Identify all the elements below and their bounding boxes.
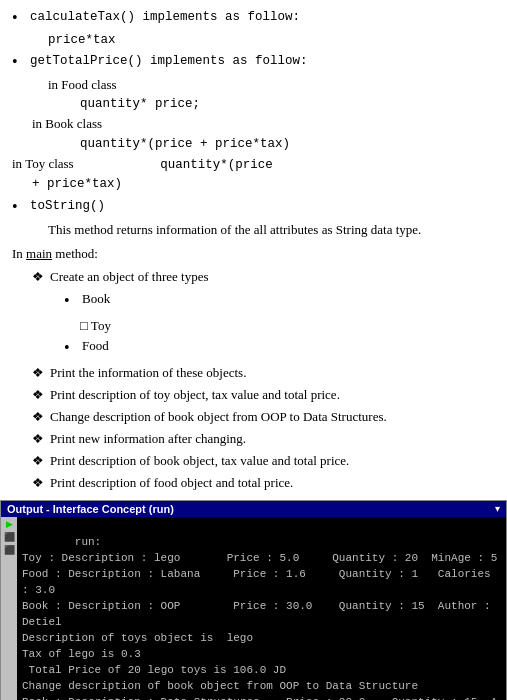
main-content: • calculateTax() implements as follow: p… <box>0 0 507 494</box>
bullet2-toy-line: in Toy class quantity*(price <box>12 154 495 175</box>
print2-label: Print description of toy object, tax val… <box>50 385 340 405</box>
create-object-bullet: ❖ Create an object of three types <box>32 267 495 287</box>
diamond-icon-5: ❖ <box>32 429 50 449</box>
bullet-dot-1: • <box>12 8 28 29</box>
print1-bullet: ❖ Print the information of these objects… <box>32 363 495 383</box>
output-body: run: Toy : Description : lego Price : 5.… <box>17 517 506 700</box>
type-book-label: Book <box>82 289 110 309</box>
bullet2-food-line: in Food class <box>48 75 495 95</box>
print2-bullet: ❖ Print description of toy object, tax v… <box>32 385 495 405</box>
output-wrapper: ▶ ⬛ ⬛ run: Toy : Description : lego Pric… <box>1 517 506 700</box>
bullet1-code: price*tax <box>48 31 495 50</box>
bullet3-desc: This method returns information of the a… <box>48 220 495 240</box>
diamond-icon-2: ❖ <box>32 363 50 383</box>
bullet2-book-line: in Book class <box>32 114 495 134</box>
print4-label: Print new information after changing. <box>50 429 246 449</box>
output-panel: Output - Interface Concept (run) ▾ ▶ ⬛ ⬛… <box>0 500 507 700</box>
output-sidebar-icon2: ⬛ <box>4 532 15 542</box>
print4-bullet: ❖ Print new information after changing. <box>32 429 495 449</box>
bullet1-label: calculateTax() implements as follow: <box>30 8 300 27</box>
minimize-icon[interactable]: ▾ <box>495 503 500 514</box>
bullet2-food: in Food class <box>48 77 117 92</box>
create-label: Create an object of three types <box>50 267 208 287</box>
print3-label: Change description of book object from O… <box>50 407 387 427</box>
print6-label: Print description of food object and tot… <box>50 473 293 493</box>
bullet-calculatetax: • calculateTax() implements as follow: <box>12 8 495 29</box>
bullet2-toy-label: in Toy class quantity*(price <box>12 154 273 175</box>
print6-bullet: ❖ Print description of food object and t… <box>32 473 495 493</box>
run-label: run: Toy : Description : lego Price : 5.… <box>22 536 497 700</box>
bullet-dot-3: • <box>12 197 28 218</box>
print1-label: Print the information of these objects. <box>50 363 246 383</box>
print5-label: Print description of book object, tax va… <box>50 451 349 471</box>
print3-bullet: ❖ Change description of book object from… <box>32 407 495 427</box>
diamond-icon-7: ❖ <box>32 473 50 493</box>
output-sidebar-label: ▶ <box>4 519 14 529</box>
bullet2-book: in Book class <box>32 116 102 131</box>
bullet2-toy-code2: + price*tax) <box>32 175 495 194</box>
diamond-icon-1: ❖ <box>32 267 50 287</box>
output-left-sidebar: ▶ ⬛ ⬛ <box>1 517 17 700</box>
diamond-icon-3: ❖ <box>32 385 50 405</box>
bullet3-label: toString() <box>30 197 105 216</box>
print5-bullet: ❖ Print description of book object, tax … <box>32 451 495 471</box>
main-underline: main <box>26 246 52 261</box>
bullet2-label: getTotalPrice() implements as follow: <box>30 52 308 71</box>
sub-bullet-3: • <box>64 336 82 361</box>
bullet-tostring: • toString() <box>12 197 495 218</box>
bullet-gettotalprice: • getTotalPrice() implements as follow: <box>12 52 495 73</box>
type-food: • Food <box>64 336 495 361</box>
type-book: • Book <box>64 289 495 314</box>
diamond-icon-4: ❖ <box>32 407 50 427</box>
output-sidebar-icon3: ⬛ <box>4 545 15 555</box>
type-food-label: Food <box>82 336 109 356</box>
bullet2-book-code: quantity*(price + price*tax) <box>80 135 495 154</box>
main-method-header: In main method: <box>12 244 495 264</box>
bullet2-food-code: quantity* price; <box>80 95 495 114</box>
type-toy: □ Toy <box>80 316 495 336</box>
output-header-title: Output - Interface Concept (run) <box>7 503 174 515</box>
output-header-icons: ▾ <box>495 503 500 514</box>
type-toy-label: □ Toy <box>80 318 111 333</box>
output-header: Output - Interface Concept (run) ▾ <box>1 501 506 517</box>
diamond-icon-6: ❖ <box>32 451 50 471</box>
bullet-dot-2: • <box>12 52 28 73</box>
sub-bullet-1: • <box>64 289 82 314</box>
output-body-wrapper: run: Toy : Description : lego Price : 5.… <box>17 517 506 700</box>
